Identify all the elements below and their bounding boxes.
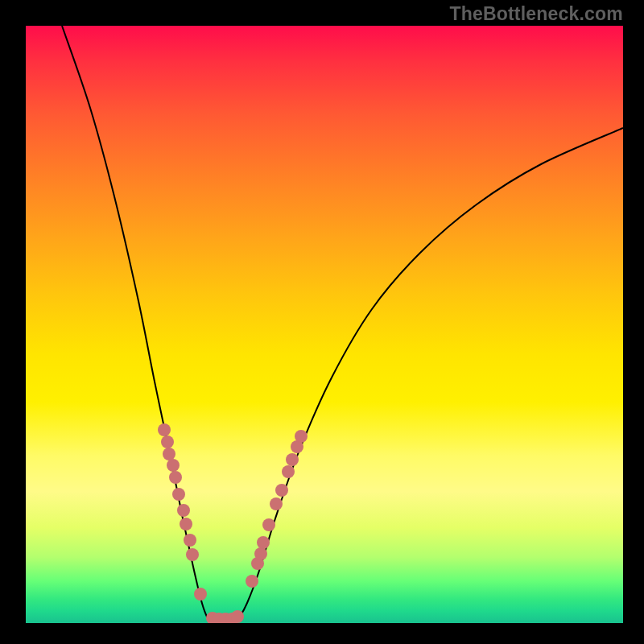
scatter-dot	[180, 518, 192, 530]
scatter-dot	[257, 536, 270, 549]
scatter-dot	[161, 436, 174, 448]
scatter-dot	[254, 547, 267, 560]
chart-frame: TheBottleneck.com	[0, 0, 644, 644]
scatter-dot	[295, 430, 308, 443]
scatter-dots	[158, 423, 308, 623]
scatter-dot	[169, 471, 182, 484]
scatter-dot	[262, 518, 275, 531]
scatter-dot	[158, 423, 171, 436]
scatter-dot	[275, 484, 288, 497]
scatter-dot	[184, 534, 196, 547]
watermark-text: TheBottleneck.com	[449, 3, 623, 25]
v-curve-line	[62, 26, 623, 623]
scatter-dot	[282, 465, 295, 478]
scatter-dot	[177, 504, 190, 517]
scatter-dot	[172, 488, 185, 501]
scatter-dot	[246, 575, 258, 588]
scatter-dot	[286, 453, 299, 466]
chart-svg	[26, 26, 623, 623]
plot-area	[26, 26, 623, 623]
scatter-dot	[163, 448, 175, 460]
scatter-dot	[231, 610, 244, 623]
scatter-dot	[167, 459, 180, 472]
scatter-dot	[270, 497, 283, 510]
scatter-dot	[186, 548, 199, 561]
scatter-dot	[194, 588, 207, 601]
